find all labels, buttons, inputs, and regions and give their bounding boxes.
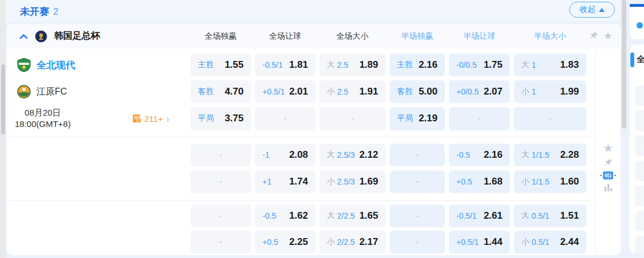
- home-team-row[interactable]: 全北现代: [7, 58, 75, 72]
- odds-label: -0.5/1: [262, 60, 283, 69]
- odds-value: 1.65: [359, 210, 378, 222]
- odds-cell[interactable]: 平局3.75: [191, 107, 251, 130]
- match-time: 18:00(GMT+8): [15, 118, 71, 130]
- odds-cell[interactable]: 主胜2.16: [390, 54, 445, 76]
- column-header: 半场让球: [449, 31, 510, 42]
- odds-cell[interactable]: -0/0.51.75: [449, 54, 510, 76]
- chevron-right-icon: ›: [166, 113, 169, 124]
- odds-cell[interactable]: +0/0.52.07: [449, 80, 510, 103]
- odds-cell[interactable]: 大0.5/11.51: [514, 204, 586, 227]
- odds-cell[interactable]: -0.52.16: [449, 144, 510, 166]
- odds-cell[interactable]: 大1/1.52.28: [514, 144, 586, 166]
- odds-value: 1.91: [359, 86, 378, 97]
- left-scrollbar-thumb[interactable]: [1, 64, 5, 134]
- odds-rows-area: 全北现代主胜1.55-0.5/11.81大2.51.89主胜2.16-0/0.5…: [7, 48, 594, 256]
- odds-cell[interactable]: 小0.5/12.44: [514, 231, 586, 253]
- odds-cell[interactable]: +0.52.25: [255, 231, 315, 253]
- odds-cell[interactable]: -0.51.62: [255, 204, 315, 227]
- odds-handicap-label: 1/1.5: [532, 150, 549, 159]
- odds-cell[interactable]: 小2.5/31.69: [319, 170, 386, 193]
- pin-icon[interactable]: [589, 31, 598, 40]
- odds-label: +0.5/1: [262, 87, 285, 96]
- odds-label: 大: [521, 150, 529, 160]
- league-name[interactable]: 韩国足总杯: [54, 30, 100, 42]
- stats-chart-icon[interactable]: [605, 184, 612, 191]
- odds-label: 大: [327, 60, 335, 70]
- odds-value: 1.69: [359, 176, 378, 187]
- odds-value: 1.75: [484, 59, 503, 71]
- column-header: 全场大小: [319, 31, 386, 42]
- odds-label: +0.5/1: [456, 237, 479, 247]
- odds-cell[interactable]: +0.5/12.01: [255, 80, 315, 103]
- left-scrollbar-track[interactable]: [0, 0, 6, 258]
- odds-cell[interactable]: +0.5/11.44: [449, 231, 510, 253]
- odds-label: 小: [327, 87, 335, 97]
- odds-value: 1.81: [289, 59, 308, 71]
- odds-value: 2.08: [289, 149, 308, 161]
- odds-label: 小: [521, 87, 529, 97]
- odds-cell[interactable]: -12.08: [255, 144, 315, 166]
- odds-cell-empty: -: [449, 107, 510, 130]
- collapse-chevron-icon[interactable]: [19, 34, 28, 39]
- home-team-name[interactable]: 全北现代: [37, 59, 75, 72]
- side-pin-icon[interactable]: [604, 158, 613, 167]
- odds-cell[interactable]: +0.51.68: [449, 170, 510, 193]
- match-count: 2: [53, 6, 58, 17]
- odds-cell[interactable]: 大11.83: [514, 54, 586, 76]
- odds-label: 主胜: [397, 60, 413, 70]
- odds-handicap-label: 2.5: [337, 87, 348, 96]
- odds-cell[interactable]: 客胜5.00: [390, 80, 445, 103]
- market-group: --0.51.62大2/2.51.65--0.5/12.61大0.5/11.51…: [7, 200, 594, 256]
- odds-value: 1.44: [484, 236, 503, 248]
- score-display-icon[interactable]: 0|1: [603, 171, 614, 179]
- odds-value: 1.99: [560, 86, 579, 97]
- odds-cell[interactable]: -0.5/11.81: [255, 54, 315, 76]
- panel-scrollbar-thumb[interactable]: [622, 0, 626, 129]
- odds-cell[interactable]: -0.5/12.61: [449, 204, 510, 227]
- match-datetime: 08月20日18:00(GMT+8): [15, 107, 71, 130]
- odds-cell[interactable]: 小2/2.52.17: [319, 231, 386, 253]
- odds-label: -0/0.5: [456, 60, 477, 69]
- right-panel-tab-label[interactable]: 全: [637, 54, 644, 65]
- odds-cell-empty: -: [255, 107, 315, 130]
- odds-cell[interactable]: 小11.99: [514, 80, 586, 103]
- odds-label: 大: [521, 60, 529, 70]
- away-team-name[interactable]: 江原FC: [37, 86, 67, 98]
- markets-count: 211+: [144, 114, 163, 124]
- odds-handicap-label: 1: [532, 87, 536, 96]
- favorite-star-icon[interactable]: ★: [603, 142, 613, 154]
- market-group: --12.08大2.5/32.12--0.52.16大1/1.52.28-+11…: [7, 137, 594, 200]
- right-panel-odds-cell-cutoff: [635, 161, 644, 181]
- odds-handicap-label: 1: [532, 60, 536, 69]
- odds-cell[interactable]: 大2.5/32.12: [319, 144, 386, 166]
- odds-cell-empty: -: [191, 144, 251, 166]
- star-icon[interactable]: ★: [604, 31, 613, 41]
- odds-cell[interactable]: 客胜4.70: [191, 80, 251, 103]
- odds-cell-empty: -: [390, 144, 445, 166]
- league-title-cell: 韩国足总杯: [19, 24, 100, 48]
- odds-value: 2.16: [484, 149, 503, 161]
- odds-cell[interactable]: 小1/1.51.60: [514, 170, 586, 193]
- odds-cell[interactable]: 平局2.19: [390, 107, 445, 130]
- odds-label: 主胜: [198, 60, 214, 70]
- away-team-logo: [17, 85, 31, 99]
- datetime-markets-cell: 08月20日18:00(GMT+8)211+›: [7, 107, 187, 130]
- more-markets-link[interactable]: 211+›: [132, 113, 169, 124]
- away-team-row[interactable]: 江原FC: [7, 85, 67, 99]
- right-panel-odds-cell-cutoff: [635, 186, 644, 206]
- odds-label: +1: [262, 177, 272, 186]
- odds-cell[interactable]: 主胜1.55: [191, 54, 251, 76]
- odds-value: 1.55: [225, 59, 244, 71]
- odds-label: 小: [521, 177, 529, 187]
- odds-cell-empty: -: [191, 231, 251, 253]
- odds-cell[interactable]: 大2.51.89: [319, 54, 386, 76]
- odds-cell[interactable]: +11.74: [255, 170, 315, 193]
- row-info-cell: [7, 170, 187, 193]
- collapse-button[interactable]: 收起: [569, 2, 615, 18]
- odds-cell[interactable]: 小2.51.91: [319, 80, 386, 103]
- odds-handicap-label: 2.5: [337, 60, 348, 69]
- odds-cell[interactable]: 大2/2.51.65: [319, 204, 386, 227]
- markets-icon: [132, 114, 142, 123]
- odds-row: -+0.52.25小2/2.52.17-+0.5/11.44小0.5/12.44: [7, 231, 594, 253]
- odds-row: 全北现代主胜1.55-0.5/11.81大2.51.89主胜2.16-0/0.5…: [7, 54, 594, 76]
